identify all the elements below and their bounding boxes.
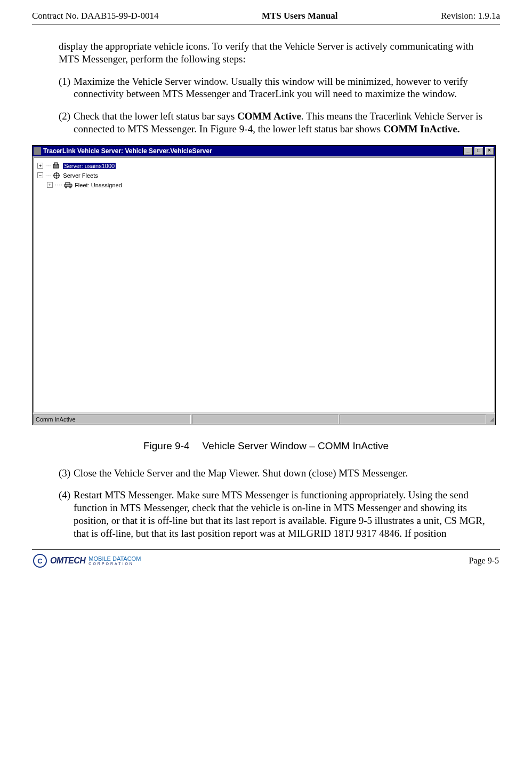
header-left: Contract No. DAAB15-99-D-0014 (32, 11, 159, 21)
step-1: (1) Maximize the Vehicle Server window. … (59, 75, 495, 101)
car-icon (64, 181, 72, 189)
step-number: (2) (59, 110, 74, 136)
maximize-button[interactable]: □ (474, 147, 483, 155)
header-right: Revision: 1.9.1a (441, 11, 500, 21)
figure-caption: Figure 9-4Vehicle Server Window – COMM I… (32, 440, 500, 452)
figure-number: Figure 9-4 (143, 440, 190, 451)
header-rule (32, 25, 500, 25)
server-icon (52, 162, 61, 170)
vehicle-server-window: TracerLink Vehicle Server: Vehicle Serve… (32, 145, 496, 425)
logo-icon: C (33, 554, 47, 568)
close-button[interactable]: × (485, 147, 494, 155)
step-2: (2) Check that the lower left status bar… (59, 110, 495, 136)
fleets-icon (52, 172, 61, 179)
tree-node-fleets[interactable]: − ··· Server Fleets (37, 171, 490, 180)
app-icon (34, 147, 41, 155)
step-number: (3) (59, 467, 74, 480)
status-cell-2 (192, 415, 338, 424)
figure-title: Vehicle Server Window – COMM InActive (203, 440, 389, 451)
resize-grip-icon[interactable]: ◢ (487, 416, 495, 422)
tree-connector: ··· (45, 172, 51, 178)
page-footer: C OMTECH MOBILE DATACOM CORPORATION Page… (32, 554, 500, 568)
title-bar[interactable]: TracerLink Vehicle Server: Vehicle Serve… (33, 146, 495, 156)
tree-node-label: Server: usains1000 (63, 163, 116, 169)
company-logo: C OMTECH MOBILE DATACOM CORPORATION (33, 554, 141, 568)
step-3: (3) Close the Vehicle Server and the Map… (59, 467, 495, 480)
tree-node-server[interactable]: + ··· Server: usains1000 (37, 161, 490, 171)
logo-text-sub: MOBILE DATACOM CORPORATION (88, 556, 141, 566)
tree-node-fleet-unassigned[interactable]: + ···· Fleet: Unassigned (47, 180, 490, 190)
header-center: MTS Users Manual (262, 11, 338, 21)
page-number: Page 9-5 (469, 556, 499, 566)
svg-rect-1 (54, 163, 58, 165)
expand-icon[interactable]: + (37, 163, 43, 169)
tree-node-label: Server Fleets (63, 172, 98, 179)
step-number: (1) (59, 75, 74, 101)
collapse-icon[interactable]: − (37, 172, 43, 178)
logo-text-main: OMTECH (50, 556, 85, 566)
intro-paragraph: display the appropriate vehicle icons. T… (59, 40, 495, 66)
window-title: TracerLink Vehicle Server: Vehicle Serve… (43, 147, 463, 155)
tree-connector: ···· (55, 182, 63, 188)
status-bar: Comm InActive ◢ (33, 414, 495, 425)
step-4: (4) Restart MTS Messenger. Make sure MTS… (59, 489, 495, 539)
step-text: Check that the lower left status bar say… (74, 110, 495, 136)
tree-view[interactable]: + ··· Server: usains1000 − ··· Server Fl… (34, 157, 494, 412)
svg-point-6 (65, 186, 67, 188)
status-cell-3 (340, 415, 486, 424)
step-number: (4) (59, 489, 74, 539)
tree-node-label: Fleet: Unassigned (75, 182, 122, 188)
step-text: Maximize the Vehicle Server window. Usua… (74, 75, 495, 101)
status-comm: Comm InActive (33, 415, 191, 424)
step-text: Close the Vehicle Server and the Map Vie… (74, 467, 495, 480)
expand-icon[interactable]: + (47, 182, 53, 188)
footer-rule (32, 549, 500, 550)
minimize-button[interactable]: _ (463, 147, 473, 155)
svg-point-7 (69, 186, 71, 188)
page-header: Contract No. DAAB15-99-D-0014 MTS Users … (32, 11, 500, 21)
svg-rect-8 (66, 182, 70, 185)
step-text: Restart MTS Messenger. Make sure MTS Mes… (74, 489, 495, 539)
tree-connector: ··· (45, 163, 51, 169)
